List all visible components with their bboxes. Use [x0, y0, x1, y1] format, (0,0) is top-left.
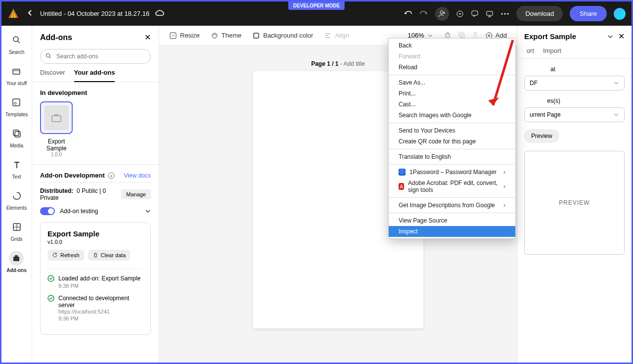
info-icon[interactable] [108, 172, 115, 179]
chevron-down-icon[interactable] [145, 208, 151, 215]
bgcolor-icon [252, 32, 260, 40]
more-icon[interactable] [500, 13, 509, 15]
addon-search-input[interactable] [40, 49, 151, 64]
svg-rect-10 [13, 99, 20, 106]
acrobat-icon: A [399, 183, 404, 190]
addon-tile[interactable]: Export Sample1.0.0 [40, 101, 151, 157]
check-icon [47, 275, 54, 289]
bgcolor-button[interactable]: Background color [252, 32, 313, 40]
rail-grids[interactable]: Grids [9, 220, 24, 242]
tab-import[interactable]: Import [543, 47, 561, 58]
document-title[interactable]: Untitled - 04 October 2023 at 18.27.16 [40, 10, 149, 17]
format-select[interactable]: DF [524, 76, 625, 91]
left-rail: Search Your stuff Templates Media Text E… [1, 26, 32, 363]
rail-your-stuff[interactable]: Your stuff [6, 64, 27, 86]
ctx-1password[interactable]: ⓘ1Password – Password Manager› [389, 167, 515, 178]
download-button[interactable]: Download [516, 6, 563, 21]
manage-button[interactable]: Manage [121, 189, 151, 199]
ctx-print[interactable]: Print... [389, 88, 515, 99]
svg-point-6 [504, 13, 506, 14]
refresh-button[interactable]: Refresh [47, 250, 84, 261]
ctx-qr[interactable]: Create QR code for this page [389, 136, 515, 147]
context-menu: Back Forward Reload Save As... Print... … [388, 38, 516, 239]
tab-export[interactable]: ort [524, 47, 534, 58]
toggle-label: Add-on testing [60, 208, 98, 215]
cloud-icon[interactable] [155, 9, 164, 18]
share-button[interactable]: Share [570, 6, 607, 21]
1password-icon: ⓘ [399, 169, 406, 176]
resize-button[interactable]: Resize [169, 32, 200, 40]
addon-search[interactable] [40, 49, 151, 64]
chevron-down-icon[interactable] [607, 32, 613, 41]
ctx-view-source[interactable]: View Page Source [389, 215, 515, 226]
svg-rect-28 [459, 32, 463, 36]
rail-search[interactable]: Search [9, 33, 25, 55]
log-entry: Connected to development serverhttps://l… [47, 295, 143, 321]
svg-rect-4 [487, 11, 493, 15]
user-avatar[interactable] [614, 8, 626, 20]
app-header: DEVELOPER MODE Untitled - 04 October 202… [1, 1, 632, 26]
ctx-img-descriptions[interactable]: Get Image Descriptions from Google› [389, 200, 515, 211]
ctx-cast[interactable]: Cast... [389, 99, 515, 110]
svg-rect-29 [460, 34, 464, 38]
comment-icon[interactable] [471, 10, 479, 18]
svg-point-7 [507, 13, 509, 14]
rail-templates[interactable]: Templates [5, 95, 28, 117]
svg-point-17 [46, 54, 50, 57]
redo-icon[interactable] [419, 10, 428, 18]
ctx-translate[interactable]: Translate to English [389, 151, 515, 162]
view-docs-link[interactable]: View docs [124, 172, 151, 179]
ctx-back[interactable]: Back [389, 40, 515, 51]
back-button[interactable] [27, 9, 32, 18]
resize-icon [169, 32, 177, 40]
tab-discover[interactable]: Discover [40, 69, 65, 82]
help-icon[interactable] [456, 10, 464, 18]
svg-rect-15 [13, 257, 19, 261]
ctx-forward: Forward [389, 51, 515, 62]
addon-testing-toggle[interactable]: Add-on testing [40, 207, 151, 215]
ctx-saveas[interactable]: Save As... [389, 77, 515, 88]
log-entry: Loaded add-on: Export Sample9:38 PM [47, 275, 143, 289]
align-icon [324, 32, 332, 40]
pages-select[interactable]: urrent Page [524, 107, 625, 122]
svg-rect-12 [13, 130, 19, 136]
align-button: Align [324, 32, 349, 40]
tile-version: 1.0.0 [40, 152, 73, 157]
svg-rect-13 [15, 132, 20, 137]
preview-area: PREVIEW [524, 151, 625, 255]
clear-data-button[interactable]: Clear data [88, 250, 131, 261]
addons-panel: Add-ons ✕ Discover Your add-ons In devel… [32, 26, 159, 363]
svg-point-11 [14, 102, 16, 104]
svg-point-25 [215, 34, 216, 35]
chevron-down-icon [427, 34, 433, 38]
panel-title: Add-ons [40, 33, 72, 42]
ctx-inspect[interactable]: Inspect [389, 226, 515, 237]
rail-addons[interactable]: Add-ons [6, 251, 27, 273]
svg-point-23 [212, 33, 217, 38]
preview-button[interactable]: Preview [524, 129, 559, 143]
panel-close-icon[interactable]: ✕ [144, 33, 151, 42]
toggle-switch[interactable] [40, 207, 55, 215]
dev-mode-badge: DEVELOPER MODE [288, 1, 345, 10]
ctx-reload[interactable]: Reload [389, 62, 515, 73]
theme-button[interactable]: Theme [211, 32, 241, 40]
present-icon[interactable] [486, 10, 494, 18]
ctx-send-devices[interactable]: Send to Your Devices [389, 125, 515, 136]
tab-your-addons[interactable]: Your add-ons [74, 69, 115, 82]
undo-icon[interactable] [404, 10, 412, 18]
svg-rect-16 [15, 255, 18, 257]
chevron-down-icon [613, 111, 619, 118]
svg-point-0 [440, 11, 443, 14]
svg-point-24 [213, 34, 214, 35]
ctx-acrobat[interactable]: AAdobe Acrobat: PDF edit, convert, sign … [389, 178, 515, 195]
addon-card-version: v1.0.0 [47, 239, 143, 245]
close-icon[interactable]: ✕ [618, 32, 625, 41]
rail-elements[interactable]: Elements [6, 188, 27, 211]
svg-rect-27 [446, 34, 450, 37]
rail-text[interactable]: Text [9, 157, 24, 180]
rail-media[interactable]: Media [9, 126, 24, 148]
invite-icon[interactable] [435, 7, 449, 21]
ctx-search-images[interactable]: Search Images with Google [389, 110, 515, 121]
trash-icon [92, 252, 98, 258]
addon-dev-heading: Add-on Development [40, 172, 115, 179]
